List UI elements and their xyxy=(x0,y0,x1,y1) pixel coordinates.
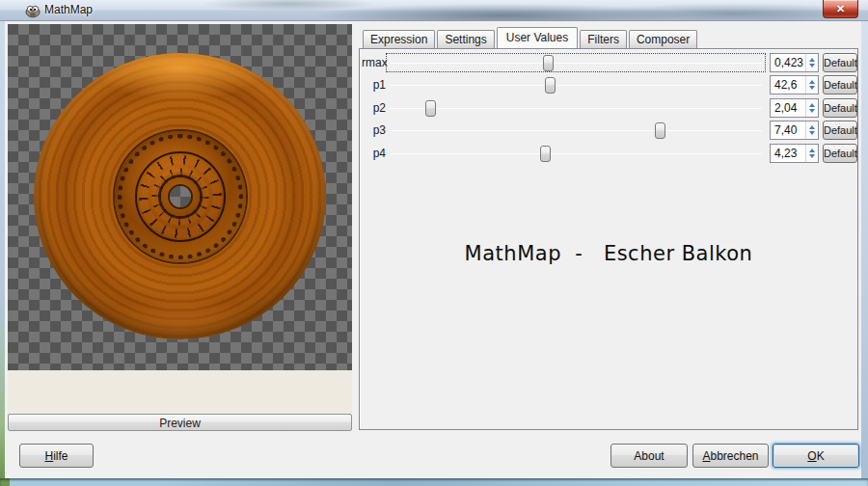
slider-track xyxy=(390,153,762,154)
spin-down-icon xyxy=(809,154,815,158)
spin-down-icon xyxy=(809,64,815,68)
slider-track xyxy=(390,63,762,64)
p1-default-button[interactable]: Default xyxy=(823,75,857,94)
spin-up-icon xyxy=(809,103,815,107)
spinner-buttons[interactable] xyxy=(805,54,818,71)
param-label-p4: p4 xyxy=(362,147,386,160)
ok-mnemonic: O xyxy=(807,449,816,463)
user-value-row-rmax: rmax 0,423 Default xyxy=(362,53,857,72)
gimp-wilber-icon xyxy=(25,3,41,18)
window-frame-bottom xyxy=(0,478,868,486)
disc-center-hole xyxy=(170,186,191,207)
slider-handle[interactable] xyxy=(545,77,556,94)
p1-value[interactable]: 42,6 xyxy=(771,76,805,94)
user-value-row-p4: p4 4,23 Default xyxy=(362,144,857,163)
p2-spinbox[interactable]: 2,04 xyxy=(770,98,819,118)
close-button[interactable]: ✕ xyxy=(823,0,858,18)
slider-handle[interactable] xyxy=(540,146,551,162)
p4-default-button[interactable]: Default xyxy=(823,144,857,163)
help-mnemonic: H xyxy=(44,449,53,463)
p3-default-button[interactable]: Default xyxy=(823,121,857,140)
ok-label-rest: K xyxy=(817,449,825,463)
user-value-row-p2: p2 2,04 Default xyxy=(362,98,857,118)
spin-up-icon xyxy=(809,58,815,62)
p3-value[interactable]: 7,40 xyxy=(771,122,805,139)
param-label-p2: p2 xyxy=(362,101,386,115)
preview-rendered-disc xyxy=(34,53,326,339)
cancel-label-rest: bbrechen xyxy=(710,449,758,463)
p4-spinbox[interactable]: 4,23 xyxy=(770,144,819,163)
p2-slider[interactable] xyxy=(386,98,766,118)
rmax-default-button[interactable]: Default xyxy=(823,53,857,72)
slider-handle[interactable] xyxy=(655,122,665,139)
tab-composer[interactable]: Composer xyxy=(629,30,697,48)
tab-user-values[interactable]: User Values xyxy=(497,27,578,48)
preview-image-area xyxy=(8,24,352,370)
p3-slider[interactable] xyxy=(386,121,766,140)
tab-expression[interactable]: Expression xyxy=(363,30,435,48)
window-frame-left xyxy=(0,21,5,478)
user-value-row-p1: p1 42,6 Default xyxy=(362,75,857,94)
window-title: MathMap xyxy=(44,3,93,16)
about-button[interactable]: About xyxy=(610,444,688,468)
notebook-tab-bar: Expression Settings User Values Filters … xyxy=(363,27,699,48)
rmax-value[interactable]: 0,423 xyxy=(771,54,805,71)
window-frame-right xyxy=(861,21,868,478)
param-label-p3: p3 xyxy=(362,123,386,137)
tab-settings[interactable]: Settings xyxy=(437,30,494,48)
spin-up-icon xyxy=(809,125,815,129)
slider-track xyxy=(390,108,762,109)
param-label-rmax: rmax xyxy=(362,56,386,69)
spinner-buttons[interactable] xyxy=(805,76,818,94)
cancel-button[interactable]: Abbrechen xyxy=(692,444,769,468)
slider-track xyxy=(390,85,762,86)
spinner-buttons[interactable] xyxy=(805,99,818,117)
slider-handle[interactable] xyxy=(425,100,436,117)
preview-tray xyxy=(8,370,352,414)
spin-up-icon xyxy=(809,148,815,152)
p1-spinbox[interactable]: 42,6 xyxy=(770,75,819,94)
param-label-p1: p1 xyxy=(362,78,386,92)
p4-slider[interactable] xyxy=(386,144,766,163)
spin-down-icon xyxy=(809,86,815,90)
p2-default-button[interactable]: Default xyxy=(823,98,857,118)
preview-button[interactable]: Preview xyxy=(8,414,352,431)
tab-filters[interactable]: Filters xyxy=(580,30,627,48)
spin-down-icon xyxy=(809,131,815,135)
rmax-slider[interactable] xyxy=(386,53,766,72)
help-label-rest: ilfe xyxy=(53,449,68,463)
spinner-buttons[interactable] xyxy=(805,122,818,139)
close-icon: ✕ xyxy=(836,3,845,14)
help-button[interactable]: Hilfe xyxy=(19,444,94,468)
spinner-buttons[interactable] xyxy=(805,145,818,162)
spin-up-icon xyxy=(809,80,815,84)
p1-slider[interactable] xyxy=(386,75,766,94)
p4-value[interactable]: 4,23 xyxy=(771,145,805,162)
mathmap-dialog: MathMap ✕ Preview Expression Settings Us… xyxy=(0,0,868,486)
slider-handle[interactable] xyxy=(543,55,554,71)
filter-title-text: MathMap - Escher Balkon xyxy=(360,242,857,265)
user-values-panel: rmax 0,423 Default p1 42,6 Default xyxy=(359,48,858,430)
spin-down-icon xyxy=(809,109,815,113)
user-value-row-p3: p3 7,40 Default xyxy=(362,121,857,140)
p3-spinbox[interactable]: 7,40 xyxy=(770,121,819,140)
title-bar[interactable]: MathMap ✕ xyxy=(0,0,868,21)
ok-button[interactable]: OK xyxy=(773,444,859,468)
rmax-spinbox[interactable]: 0,423 xyxy=(770,53,819,72)
slider-track xyxy=(390,130,762,131)
p2-value[interactable]: 2,04 xyxy=(771,99,805,117)
